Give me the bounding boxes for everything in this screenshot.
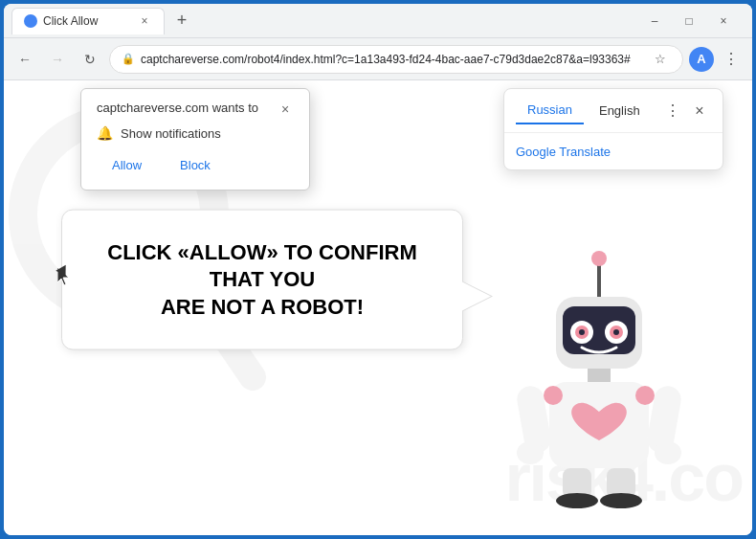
translation-header: Russian English ⋮ × bbox=[504, 89, 723, 133]
svg-point-11 bbox=[613, 329, 619, 335]
svg-point-16 bbox=[517, 441, 544, 464]
tab-close-button[interactable]: × bbox=[137, 13, 152, 29]
browser-window: Click Allow × + – □ × ← → ↻ 🔒 captcharev… bbox=[4, 4, 752, 535]
address-right-icons: ☆ bbox=[650, 49, 671, 70]
svg-marker-24 bbox=[57, 267, 69, 285]
tab-favicon bbox=[24, 14, 37, 28]
robot-container bbox=[503, 244, 695, 516]
translation-popup: Russian English ⋮ × Google Translate bbox=[503, 88, 723, 170]
allow-button[interactable]: Allow bbox=[97, 152, 157, 178]
window-controls: – □ × bbox=[641, 8, 737, 34]
popup-actions: Allow Block bbox=[97, 152, 294, 178]
svg-point-17 bbox=[655, 441, 681, 464]
translation-close-button[interactable]: × bbox=[688, 100, 711, 123]
notification-label: Show notifications bbox=[121, 126, 221, 141]
minimize-button[interactable]: – bbox=[641, 8, 668, 34]
popup-close-button[interactable]: × bbox=[277, 101, 294, 118]
account-icon: A bbox=[697, 52, 705, 66]
address-bar[interactable]: 🔒 captchareverse.com/robot4/index.html?c… bbox=[109, 45, 683, 74]
bell-icon: 🔔 bbox=[97, 125, 113, 141]
translation-body: Google Translate bbox=[504, 133, 723, 169]
content-area: risk4.co CLICK «ALLOW» TO CONFIRM THAT Y… bbox=[4, 80, 752, 535]
robot-svg bbox=[503, 244, 695, 512]
svg-point-21 bbox=[600, 493, 642, 508]
svg-point-22 bbox=[544, 386, 563, 405]
forward-button[interactable]: → bbox=[44, 46, 71, 73]
bubble-text: CLICK «ALLOW» TO CONFIRM THAT YOU ARE NO… bbox=[100, 238, 424, 321]
popup-notification-row: 🔔 Show notifications bbox=[97, 125, 294, 141]
refresh-button[interactable]: ↻ bbox=[77, 46, 103, 73]
svg-point-20 bbox=[556, 493, 598, 508]
active-tab: Click Allow × bbox=[11, 8, 165, 34]
notification-popup: captchareverse.com wants to × 🔔 Show not… bbox=[80, 88, 310, 191]
popup-header: captchareverse.com wants to × bbox=[97, 101, 294, 118]
translation-menu-button[interactable]: ⋮ bbox=[661, 100, 684, 123]
svg-rect-12 bbox=[588, 369, 611, 382]
bubble-line1: CLICK «ALLOW» TO CONFIRM THAT YOU bbox=[107, 239, 416, 291]
block-button[interactable]: Block bbox=[165, 152, 226, 178]
bookmark-button[interactable]: ☆ bbox=[650, 49, 671, 70]
google-translate-link[interactable]: Google Translate bbox=[516, 145, 611, 159]
nav-bar: ← → ↻ 🔒 captchareverse.com/robot4/index.… bbox=[4, 38, 752, 80]
svg-point-3 bbox=[591, 251, 607, 266]
toolbar-right: A ⋮ bbox=[689, 46, 745, 73]
popup-title: captchareverse.com wants to bbox=[97, 101, 258, 115]
lock-icon: 🔒 bbox=[122, 53, 135, 65]
menu-button[interactable]: ⋮ bbox=[718, 46, 745, 73]
svg-point-23 bbox=[635, 386, 655, 405]
speech-bubble: CLICK «ALLOW» TO CONFIRM THAT YOU ARE NO… bbox=[61, 209, 463, 350]
russian-tab[interactable]: Russian bbox=[516, 97, 584, 124]
svg-point-10 bbox=[579, 329, 585, 335]
tab-title: Click Allow bbox=[43, 14, 131, 28]
new-tab-button[interactable]: + bbox=[168, 8, 195, 34]
account-button[interactable]: A bbox=[689, 47, 714, 72]
maximize-button[interactable]: □ bbox=[676, 8, 702, 34]
close-window-button[interactable]: × bbox=[710, 8, 737, 34]
bubble-line2: ARE NOT A ROBOT! bbox=[161, 294, 364, 318]
back-button[interactable]: ← bbox=[11, 46, 38, 73]
tab-bar: Click Allow × + bbox=[11, 8, 641, 34]
title-bar: Click Allow × + – □ × bbox=[4, 4, 752, 38]
url-text: captchareverse.com/robot4/index.html?c=1… bbox=[141, 53, 644, 66]
english-tab[interactable]: English bbox=[588, 98, 652, 124]
